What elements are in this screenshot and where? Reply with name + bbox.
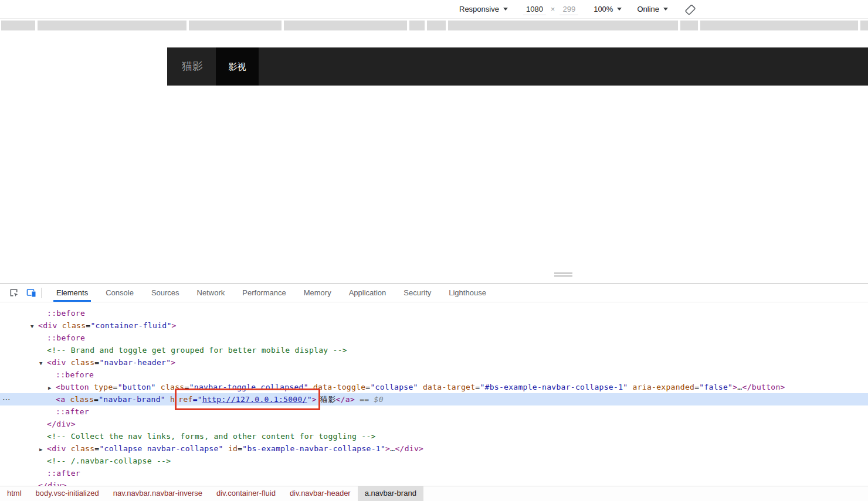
chevron-down-icon bbox=[503, 8, 508, 11]
viewport-height-input[interactable]: 299 bbox=[560, 4, 578, 15]
network-label: Online bbox=[637, 5, 659, 13]
tab-performance[interactable]: Performance bbox=[233, 284, 294, 302]
tab-memory[interactable]: Memory bbox=[295, 284, 340, 302]
viewport-dimensions: 1080 × 299 bbox=[523, 4, 578, 15]
rotate-viewport-button[interactable] bbox=[683, 2, 697, 16]
placeholder-block[interactable] bbox=[860, 21, 868, 30]
device-toolbar-toggle-button[interactable] bbox=[22, 284, 40, 302]
devtools-toolbar: ElementsConsoleSourcesNetworkPerformance… bbox=[0, 284, 868, 302]
chevron-down-icon bbox=[617, 8, 622, 11]
breadcrumb-item[interactable]: a.navbar-brand bbox=[358, 486, 423, 501]
tree-line[interactable]: ::before bbox=[0, 369, 868, 381]
tree-line[interactable]: ::after bbox=[0, 467, 868, 479]
collapse-arrow-icon[interactable]: ▼ bbox=[30, 321, 38, 333]
network-throttle-select[interactable]: Online bbox=[637, 5, 668, 13]
zoom-label: 100% bbox=[594, 5, 613, 13]
elements-tree: ::before▼<div class="container-fluid">::… bbox=[0, 302, 868, 486]
tab-console[interactable]: Console bbox=[97, 284, 143, 302]
placeholder-block[interactable] bbox=[284, 21, 407, 30]
placeholder-block[interactable] bbox=[448, 21, 678, 30]
attribute-link-url[interactable]: http://127.0.0.1:5000/ bbox=[202, 395, 307, 404]
navbar-brand-link[interactable]: 猫影 bbox=[182, 47, 203, 86]
chevron-down-icon bbox=[663, 8, 668, 11]
device-type-label: Responsive bbox=[459, 5, 499, 13]
tree-line[interactable]: <!-- Brand and toggle get grouped for be… bbox=[0, 344, 868, 356]
more-actions-icon[interactable]: ⋯ bbox=[2, 393, 11, 405]
browser-strip bbox=[1, 21, 868, 30]
placeholder-block[interactable] bbox=[38, 21, 187, 30]
tree-line[interactable]: ▼<div class="navbar-header"> bbox=[0, 356, 868, 369]
collapse-arrow-icon[interactable]: ▼ bbox=[39, 357, 47, 370]
breadcrumb-item[interactable]: html bbox=[0, 486, 29, 501]
placeholder-block[interactable] bbox=[409, 21, 425, 30]
breadcrumb-item[interactable]: div.navbar-header bbox=[283, 486, 358, 501]
navbar-item-active[interactable]: 影视 bbox=[216, 47, 259, 86]
tree-line[interactable]: ::before bbox=[0, 332, 868, 344]
tree-line[interactable]: <!-- /.navbar-collapse --> bbox=[0, 455, 868, 467]
breadcrumb-item[interactable]: body.vsc-initialized bbox=[29, 486, 106, 501]
tab-elements[interactable]: Elements bbox=[48, 284, 97, 302]
device-emulation-toolbar: Responsive 1080 × 299 100% Online bbox=[0, 0, 868, 19]
breadcrumb-item[interactable]: nav.navbar.navbar-inverse bbox=[106, 486, 209, 501]
breadcrumb: htmlbody.vsc-initializednav.navbar.navba… bbox=[0, 486, 868, 501]
dimension-separator: × bbox=[551, 5, 555, 13]
tree-line[interactable]: </div> bbox=[0, 418, 868, 430]
inspect-element-button[interactable] bbox=[5, 284, 22, 302]
tree-line[interactable]: <!-- Collect the nav links, forms, and o… bbox=[0, 430, 868, 442]
tab-sources[interactable]: Sources bbox=[143, 284, 188, 302]
tree-line[interactable]: ▼<div class="container-fluid"> bbox=[0, 319, 868, 332]
device-viewport: 猫影 影视 bbox=[167, 47, 868, 270]
tree-line[interactable]: ▶<div class="collapse navbar-collapse" i… bbox=[0, 442, 868, 455]
page-navbar: 猫影 影视 bbox=[167, 47, 868, 86]
toolbar-separator bbox=[41, 288, 42, 298]
breadcrumb-item[interactable]: div.container-fluid bbox=[209, 486, 283, 501]
tab-lighthouse[interactable]: Lighthouse bbox=[440, 284, 495, 302]
devtools-panel: ElementsConsoleSourcesNetworkPerformance… bbox=[0, 283, 868, 501]
inspect-cursor-icon bbox=[9, 288, 19, 298]
rotate-icon bbox=[684, 3, 697, 16]
placeholder-block[interactable] bbox=[189, 21, 282, 30]
tree-line[interactable]: ▶<button type="button" class="navbar-tog… bbox=[0, 381, 868, 393]
tab-network[interactable]: Network bbox=[188, 284, 234, 302]
placeholder-block[interactable] bbox=[1, 21, 35, 30]
zoom-select[interactable]: 100% bbox=[594, 5, 622, 13]
placeholder-block[interactable] bbox=[680, 21, 698, 30]
expand-arrow-icon[interactable]: ▶ bbox=[39, 444, 47, 456]
placeholder-block[interactable] bbox=[427, 21, 446, 30]
viewport-resize-handle[interactable] bbox=[554, 272, 572, 278]
tab-security[interactable]: Security bbox=[395, 284, 440, 302]
expand-arrow-icon[interactable]: ▶ bbox=[48, 382, 56, 394]
tree-line[interactable]: ⋯<a class="navbar-brand" href="http://12… bbox=[0, 393, 868, 405]
devtools-tabs: ElementsConsoleSourcesNetworkPerformance… bbox=[48, 284, 495, 302]
tab-application[interactable]: Application bbox=[340, 284, 395, 302]
device-toolbar-icon bbox=[26, 288, 36, 298]
viewport-width-input[interactable]: 1080 bbox=[523, 4, 546, 15]
placeholder-block[interactable] bbox=[700, 21, 858, 30]
tree-line[interactable]: ::before bbox=[0, 307, 868, 319]
tree-line[interactable]: ::after bbox=[0, 405, 868, 418]
device-type-select[interactable]: Responsive bbox=[459, 5, 508, 13]
emulation-controls: Responsive 1080 × 299 100% Online bbox=[459, 0, 697, 18]
